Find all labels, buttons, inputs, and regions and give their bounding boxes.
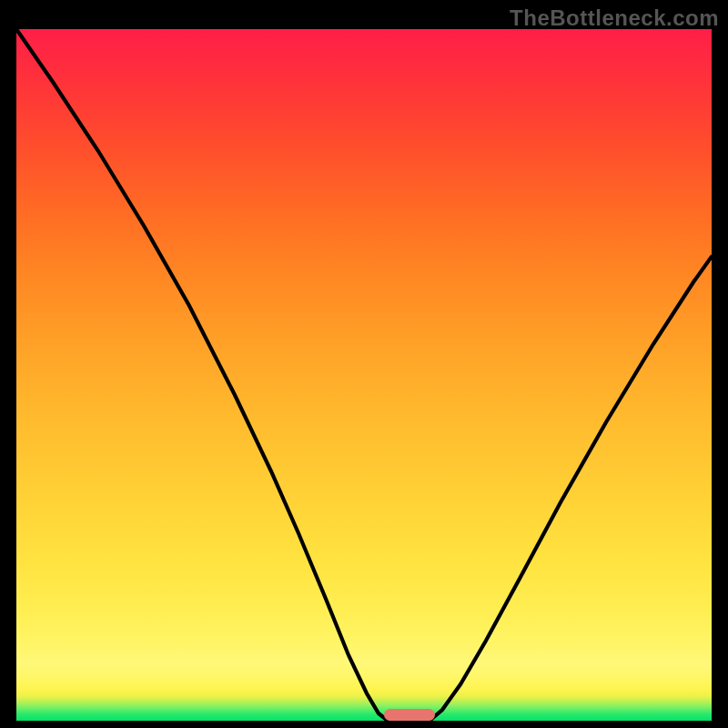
plot-area (16, 29, 712, 721)
watermark-text: TheBottleneck.com (510, 5, 719, 31)
curve-right (430, 257, 712, 721)
bottleneck-curve (16, 29, 712, 721)
optimum-marker (384, 709, 435, 721)
curve-left (16, 29, 388, 721)
chart-frame: TheBottleneck.com (0, 0, 728, 728)
